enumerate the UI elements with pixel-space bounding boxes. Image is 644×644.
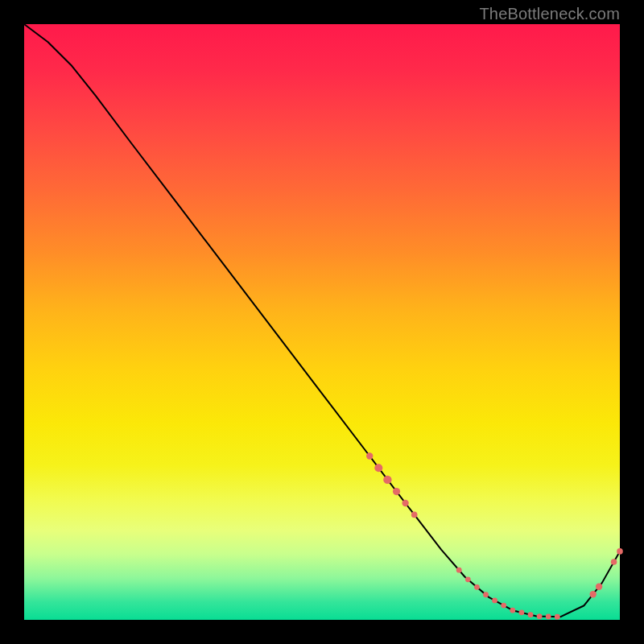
data-marker [546, 614, 551, 620]
curve-line [24, 24, 620, 617]
data-marker [501, 603, 506, 609]
data-marker [411, 512, 418, 518]
data-marker [474, 584, 480, 590]
data-marker [483, 592, 489, 597]
data-marker [465, 576, 471, 582]
data-marker [519, 610, 525, 616]
data-marker [510, 608, 515, 613]
data-marker [528, 612, 534, 617]
plot-overlay [24, 24, 620, 620]
data-marker [596, 584, 602, 590]
chart-frame: TheBottleneck.com [0, 0, 644, 644]
data-marker [402, 500, 408, 506]
data-marker [611, 559, 617, 565]
plot-area [24, 24, 620, 620]
watermark-text: TheBottleneck.com [479, 5, 620, 23]
data-marker [617, 548, 623, 555]
data-marker [366, 452, 373, 459]
data-marker [456, 568, 462, 573]
data-marker [492, 598, 497, 604]
marker-group [366, 452, 623, 619]
data-marker [393, 488, 400, 495]
data-marker [537, 613, 543, 619]
data-marker [590, 591, 597, 597]
data-marker [555, 614, 560, 620]
data-marker [374, 464, 382, 472]
data-marker [383, 476, 391, 484]
